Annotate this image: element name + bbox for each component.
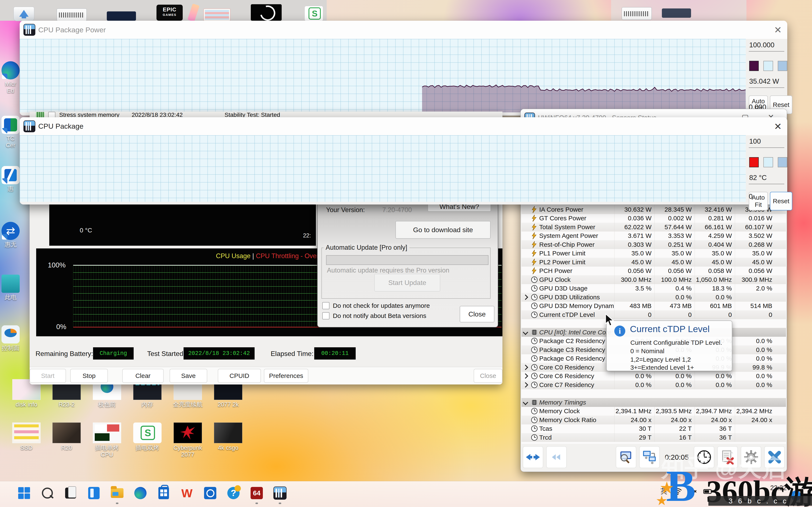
taskbar-file-explorer-icon[interactable]	[108, 484, 126, 502]
no-update-check-checkbox[interactable]	[322, 302, 329, 309]
dark-thumb-icon[interactable]	[107, 11, 136, 21]
clock-button[interactable]	[694, 446, 714, 468]
series-color-swatch[interactable]	[749, 157, 759, 167]
start-update-button[interactable]: Start Update	[374, 274, 440, 291]
desktop-icon-cyberpunk-2077[interactable]: Cyberpunk 2077	[171, 422, 205, 458]
wps-file-icon[interactable]	[305, 6, 323, 21]
preferences-button[interactable]: Preferences	[264, 369, 308, 383]
desktop-icon-huiwu[interactable]: 惠无	[0, 222, 28, 248]
collapse-columns-button[interactable]	[546, 446, 567, 468]
no-update-check-row[interactable]: Do not check for updates anymore	[322, 302, 430, 309]
sensor-row[interactable]: GPU D3D Utilizations0.0 %0.0 %	[521, 293, 786, 302]
desktop-icon-this-pc[interactable]: 此电	[0, 275, 28, 301]
desktop-icon-r20[interactable]: R20	[50, 422, 84, 451]
white-thumb-icon-2[interactable]	[622, 7, 652, 20]
sensor-row[interactable]: Trcd29 T16 T36 T	[521, 433, 786, 442]
y-max-value[interactable]: 100	[749, 136, 784, 148]
desktop-icon-ssd[interactable]: SSD	[9, 422, 43, 451]
sensor-row[interactable]: Core C7 Residency0.0 %0.0 %0.0 %0.0 %	[521, 381, 786, 389]
app-window-thumb-icon[interactable]	[57, 8, 87, 21]
eclipse-image-icon[interactable]	[251, 4, 282, 21]
sensor-row[interactable]: GT Cores Power0.036 W0.002 W0.281 W0.016…	[521, 214, 786, 223]
desktop-icon-control-panel[interactable]: 控制面	[0, 325, 28, 351]
desktop-icon-4k-csgo[interactable]: 4k csgo	[211, 422, 245, 451]
expand-chevron-icon[interactable]	[521, 383, 529, 387]
volume-muted-icon[interactable]	[689, 488, 697, 495]
settings-gear-button[interactable]	[741, 446, 761, 468]
sensor-row[interactable]: Memory Clock2,394.1 MHz2,393.5 MHz2,394.…	[521, 407, 786, 416]
temp-graph-plot[interactable]	[20, 135, 746, 202]
dark-thumb-icon-2[interactable]	[662, 8, 691, 18]
taskbar-widgets-icon[interactable]	[85, 484, 103, 502]
close-icon[interactable]: ✕	[774, 121, 782, 132]
sensor-row[interactable]: Rest-of-Chip Power0.303 W0.251 W0.404 W0…	[521, 240, 786, 249]
y-min-value[interactable]: 0	[749, 192, 782, 201]
sensor-row[interactable]: GPU Clock300.0 MHz100.0 MHz1,050.0 MHz30…	[521, 275, 786, 284]
expand-chevron-icon[interactable]	[521, 365, 529, 369]
wifi-icon[interactable]	[674, 488, 682, 495]
close-button[interactable]: Close	[474, 369, 502, 383]
expand-chevron-icon[interactable]	[521, 400, 529, 404]
hwinfo-update-dialog[interactable]: Your Version: 7.20-4700 What's New? Go t…	[317, 198, 498, 327]
sensor-row[interactable]: Total System Power62.022 W57.644 W66.161…	[521, 223, 786, 231]
expand-chevron-icon[interactable]	[521, 330, 529, 334]
no-beta-notify-checkbox[interactable]	[322, 312, 329, 320]
reset-log-button[interactable]	[717, 446, 738, 468]
download-site-button[interactable]: Go to download site	[395, 221, 491, 239]
cpu-package-power-titlebar[interactable]: CPU Package Power ✕	[20, 21, 787, 39]
expand-chevron-icon[interactable]	[521, 374, 529, 378]
taskbar-edge-icon[interactable]	[131, 484, 150, 502]
cpuid-button[interactable]: CPUID	[218, 369, 261, 383]
taskbar-task-view-icon[interactable]	[61, 484, 80, 502]
sensor-row[interactable]: Current cTDP Level0000	[521, 310, 786, 319]
sensor-row[interactable]: PL2 Power Limit45.0 W45.0 W45.0 W45.0 W	[521, 258, 786, 267]
stop-button[interactable]: Stop	[70, 369, 108, 383]
cpu-package-power-window[interactable]: CPU Package Power ✕ 100.000 35.042 W Aut…	[20, 21, 787, 116]
dialog-close-button[interactable]: Close	[460, 306, 494, 322]
expand-chevron-icon[interactable]	[521, 295, 529, 299]
cpu-package-window[interactable]: CPU Package ✕ 100 82 °C Auto Fit Reset 0	[20, 117, 787, 205]
exit-button[interactable]	[764, 446, 785, 468]
taskbar-search-icon[interactable]	[38, 484, 57, 502]
bg-color-swatch[interactable]	[763, 61, 773, 71]
clear-button[interactable]: Clear	[122, 369, 164, 383]
sensor-row[interactable]: IA Cores Power30.632 W28.345 W32.416 W30…	[521, 205, 786, 214]
update-progress-field[interactable]	[326, 255, 489, 265]
taskbar-hwinfo-icon[interactable]	[271, 484, 289, 502]
sensor-row[interactable]: System Agent Power3.671 W3.353 W4.259 W3…	[521, 231, 786, 240]
tray-clock[interactable]: 23:22	[770, 484, 786, 492]
sensor-row[interactable]: PL1 Power Limit35.0 W35.0 W35.0 W35.0 W	[521, 249, 786, 258]
cpu-package-titlebar[interactable]: CPU Package ✕	[20, 117, 787, 135]
sensor-row[interactable]: Tcas30 T22 T36 T	[521, 425, 786, 433]
taskbar-start-icon[interactable]	[15, 484, 34, 502]
grid-color-swatch[interactable]	[778, 157, 787, 167]
desktop-icon-plugged-dual-stress[interactable]: 插电双烤	[131, 422, 164, 451]
sensor-row[interactable]: Memory Clock Ratio24.00 x24.00 x24.00 x2…	[521, 415, 786, 425]
bg-color-swatch[interactable]	[763, 157, 773, 167]
taskbar[interactable]: W64 英 23:22 5	[0, 481, 812, 507]
save-button[interactable]: Save	[169, 369, 207, 383]
grid-color-swatch[interactable]	[778, 61, 787, 71]
swap-columns-button[interactable]	[523, 446, 543, 468]
taskbar-microsoft-store-icon[interactable]	[154, 484, 173, 502]
ime-indicator[interactable]: 英	[661, 487, 667, 496]
recycle-bin-icon[interactable]	[13, 7, 34, 21]
system-tray[interactable]: 英	[661, 487, 713, 496]
monitor-search-button[interactable]	[616, 446, 636, 468]
sensor-row[interactable]: PCH Power0.056 W0.056 W0.058 W0.056 W	[521, 267, 786, 276]
desktop-icon-plugged-cpu-stress[interactable]: 插电单烤CPU	[90, 422, 124, 458]
series-color-swatch[interactable]	[749, 61, 759, 71]
taskbar-aida64-icon[interactable]: 64	[247, 484, 266, 502]
sensor-group-header[interactable]: Memory Timings	[521, 398, 786, 407]
document-thumb-icon[interactable]	[203, 8, 231, 21]
epic-games-icon[interactable]: EPICGAMES	[156, 5, 183, 21]
battery-icon[interactable]	[703, 488, 713, 495]
sensor-row[interactable]: Core C6 Residency0.0 %0.0 %0.0 %0.0 %	[521, 372, 786, 381]
taskbar-pc-manager-icon[interactable]	[201, 484, 219, 502]
sensor-row[interactable]: GPU D3D Usage3.5 %0.4 %18.3 %2.0 %	[521, 284, 786, 293]
no-beta-notify-row[interactable]: Do not notify about Beta versions	[322, 312, 426, 320]
close-icon[interactable]: ✕	[774, 24, 782, 35]
taskbar-wps-office-icon[interactable]: W	[177, 484, 196, 502]
notification-badge[interactable]: 5	[791, 491, 801, 501]
taskbar-help-app-icon[interactable]	[224, 484, 243, 502]
